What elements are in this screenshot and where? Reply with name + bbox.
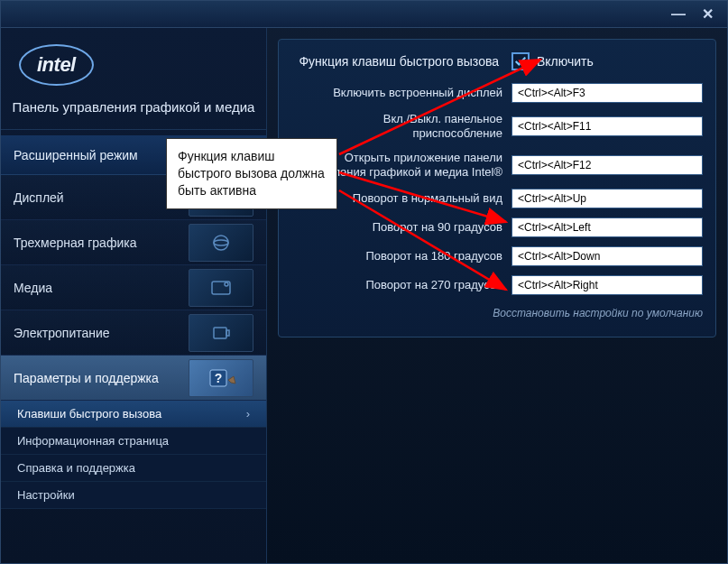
svg-rect-6 [214, 328, 226, 338]
nav-label: Дисплей [14, 190, 64, 205]
reset-defaults-link[interactable]: Восстановить настройки по умолчанию [493, 307, 703, 319]
sub-label: Справка и поддержка [17, 461, 135, 475]
annotation-callout: Функция клавиш быстрого вызова должна бы… [166, 138, 337, 209]
thumb-power-icon [189, 314, 253, 352]
hotkey-label: Поворот на 180 градусов [291, 249, 511, 264]
svg-point-3 [214, 240, 228, 245]
logo-area: intel [1, 28, 266, 95]
svg-point-2 [214, 236, 228, 250]
title-bar: — ✕ [1, 1, 727, 28]
nav-label: Расширенный режим [14, 148, 138, 162]
close-button[interactable]: ✕ [695, 5, 720, 24]
sub-info-page[interactable]: Информационная страница [1, 428, 266, 455]
thumb-media-icon [189, 269, 253, 307]
thumb-3d-icon [189, 224, 253, 262]
hotkey-row: Открыть приложение панели управления гра… [291, 151, 703, 180]
hotkey-input-panel-fit[interactable] [511, 116, 703, 136]
svg-text:?: ? [215, 371, 223, 385]
nav-label: Электропитание [14, 326, 110, 340]
hotkey-input-builtin-display[interactable] [511, 83, 703, 103]
hotkey-function-label: Функция клавиш быстрого вызова [291, 54, 511, 69]
content-area: Функция клавиш быстрого вызова Включить … [267, 28, 727, 563]
hotkey-enable-row: Функция клавиш быстрого вызова Включить [291, 52, 703, 70]
sub-label: Клавиши быстрого вызова [17, 407, 161, 421]
hotkey-label: Вкл./Выкл. панельное приспособление [291, 112, 511, 142]
sidebar: intel Панель управления графикой и медиа… [1, 28, 267, 563]
hotkey-label: Поворот на 90 градусов [291, 220, 511, 235]
nav-3d[interactable]: Трехмерная графика [1, 220, 266, 265]
hotkey-row: Поворот на 180 градусов [291, 246, 703, 266]
nav-media[interactable]: Медиа [1, 265, 266, 310]
hotkey-row: Поворот на 90 градусов [291, 217, 703, 237]
nav-label: Параметры и поддержка [14, 371, 159, 385]
intel-logo: intel [19, 44, 94, 86]
panel-title: Панель управления графикой и медиа [1, 95, 266, 130]
sub-label: Информационная страница [17, 434, 169, 448]
sub-nav: Клавиши быстрого вызова › Информационная… [1, 401, 266, 509]
sub-settings[interactable]: Настройки [1, 482, 266, 509]
sub-label: Настройки [17, 488, 75, 502]
nav-label: Трехмерная графика [14, 236, 136, 250]
hotkey-row: Вкл./Выкл. панельное приспособление [291, 112, 703, 142]
nav-label: Медиа [14, 281, 52, 295]
nav-power[interactable]: Электропитание [1, 310, 266, 356]
enable-label: Включить [537, 54, 594, 69]
hotkey-input-rotate-180[interactable] [511, 246, 703, 266]
thumb-help-icon: ? [189, 359, 253, 397]
hotkey-input-open-panel[interactable] [511, 155, 703, 175]
hotkey-label: Поворот на 270 градусов [291, 278, 511, 292]
hotkey-row: Поворот в нормальный вид [291, 189, 703, 208]
hotkey-row: Поворот на 270 градусов [291, 275, 703, 295]
hotkey-row: Включить встроенный дисплей [291, 83, 703, 103]
app-window: — ✕ intel Панель управления графикой и м… [0, 0, 728, 564]
sub-hotkeys[interactable]: Клавиши быстрого вызова › [1, 401, 266, 428]
svg-point-5 [225, 282, 228, 286]
hotkey-input-rotate-90[interactable] [511, 217, 703, 237]
enable-checkbox[interactable] [511, 52, 530, 70]
settings-panel: Функция клавиш быстрого вызова Включить … [278, 39, 716, 337]
nav-options-support[interactable]: Параметры и поддержка ? [1, 356, 266, 401]
sub-help[interactable]: Справка и поддержка [1, 455, 266, 482]
svg-rect-7 [226, 330, 229, 336]
chevron-right-icon: › [246, 407, 250, 421]
hotkey-label: Включить встроенный дисплей [291, 86, 511, 100]
hotkey-input-rotate-270[interactable] [511, 275, 703, 295]
hotkey-input-rotate-normal[interactable] [511, 189, 703, 208]
minimize-button[interactable]: — [666, 5, 691, 24]
